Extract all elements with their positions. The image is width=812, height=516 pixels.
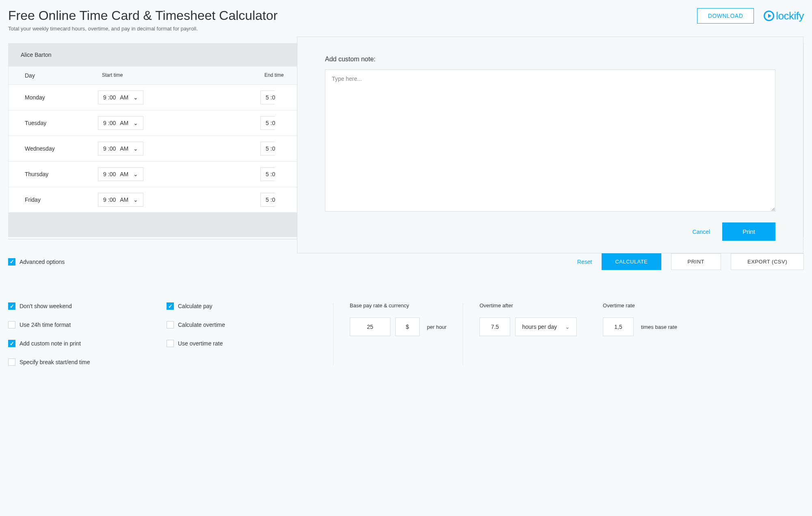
- start-hour[interactable]: 9: [103, 120, 106, 126]
- reset-link[interactable]: Reset: [577, 259, 592, 265]
- start-hour[interactable]: 9: [103, 145, 106, 152]
- checkbox-icon[interactable]: [8, 302, 15, 310]
- cancel-button[interactable]: Cancel: [693, 229, 710, 235]
- export-csv-button[interactable]: EXPORT (CSV): [731, 253, 804, 270]
- options-column-2: Calculate payCalculate overtimeUse overt…: [167, 302, 333, 366]
- option-checkbox[interactable]: Calculate overtime: [167, 321, 333, 328]
- day-cell: Tuesday: [9, 120, 98, 126]
- start-time-picker[interactable]: 9:00AM⌄: [98, 167, 143, 181]
- option-label: Add custom note in print: [19, 340, 81, 347]
- checkbox-icon[interactable]: [8, 321, 15, 328]
- start-hour[interactable]: 9: [103, 171, 106, 177]
- overtime-rate-label: Overtime rate: [603, 302, 677, 309]
- base-pay-rate-input[interactable]: [350, 317, 390, 336]
- start-time-picker[interactable]: 9:00AM⌄: [98, 193, 143, 207]
- calculate-button[interactable]: CALCULATE: [602, 253, 661, 270]
- page-subtitle: Total your weekly timecard hours, overti…: [8, 26, 277, 32]
- overtime-unit-select[interactable]: hours per day ⌄: [515, 317, 577, 336]
- col-header-start: Start time: [98, 72, 260, 79]
- option-checkbox[interactable]: Specify break start/end time: [8, 358, 167, 366]
- start-time-picker[interactable]: 9:00AM⌄: [98, 91, 143, 104]
- overtime-after-label: Overtime after: [479, 302, 577, 309]
- checkbox-icon[interactable]: [8, 258, 15, 266]
- option-checkbox[interactable]: Use overtime rate: [167, 340, 333, 347]
- end-minute[interactable]: :0: [271, 145, 275, 152]
- end-time-picker[interactable]: 5:0: [260, 142, 275, 155]
- end-time-picker[interactable]: 5:0: [260, 91, 275, 104]
- advanced-options-label: Advanced options: [19, 259, 65, 265]
- end-hour[interactable]: 5: [266, 120, 269, 126]
- col-header-day: Day: [9, 72, 98, 79]
- print-action-button[interactable]: PRINT: [671, 253, 721, 270]
- option-label: Calculate overtime: [178, 322, 225, 328]
- start-ampm[interactable]: AM: [120, 94, 128, 101]
- option-label: Specify break start/end time: [19, 359, 90, 365]
- checkbox-icon[interactable]: [167, 302, 174, 310]
- checkbox-icon[interactable]: [167, 321, 174, 328]
- option-checkbox[interactable]: Add custom note in print: [8, 340, 167, 347]
- start-minute[interactable]: :00: [108, 196, 116, 203]
- start-minute[interactable]: :00: [108, 120, 116, 126]
- overtime-rate-input[interactable]: [603, 317, 634, 336]
- chevron-down-icon: ⌄: [565, 324, 570, 330]
- option-checkbox[interactable]: Calculate pay: [167, 302, 333, 310]
- end-hour[interactable]: 5: [266, 171, 269, 177]
- timesheet-table: Alice Barton Day Start time End time Mon…: [8, 43, 804, 237]
- overtime-unit-value: hours per day: [522, 324, 557, 330]
- start-ampm[interactable]: AM: [120, 120, 128, 126]
- option-label: Use 24h time format: [19, 322, 71, 328]
- start-minute[interactable]: :00: [108, 145, 116, 152]
- chevron-down-icon[interactable]: ⌄: [133, 145, 138, 152]
- start-minute[interactable]: :00: [108, 171, 116, 177]
- day-cell: Monday: [9, 94, 98, 101]
- chevron-down-icon[interactable]: ⌄: [133, 196, 138, 203]
- checkbox-icon[interactable]: [167, 340, 174, 347]
- brand-logo[interactable]: lockify: [764, 10, 804, 22]
- day-cell: Thursday: [9, 171, 98, 177]
- end-hour[interactable]: 5: [266, 94, 269, 101]
- start-time-picker[interactable]: 9:00AM⌄: [98, 142, 143, 155]
- overtime-after-input[interactable]: [479, 317, 510, 336]
- download-button[interactable]: DOWNLOAD: [697, 8, 754, 24]
- day-cell: Wednesday: [9, 145, 98, 152]
- start-minute[interactable]: :00: [108, 94, 116, 101]
- end-hour[interactable]: 5: [266, 196, 269, 203]
- checkbox-icon[interactable]: [8, 340, 15, 347]
- clock-icon: [764, 11, 774, 21]
- option-checkbox[interactable]: Use 24h time format: [8, 321, 167, 328]
- options-column-1: Don't show weekendUse 24h time formatAdd…: [8, 302, 167, 366]
- base-pay-section: Base pay rate & currency per hour: [333, 302, 463, 366]
- start-hour[interactable]: 9: [103, 94, 106, 101]
- chevron-down-icon[interactable]: ⌄: [133, 94, 138, 101]
- advanced-options-toggle[interactable]: Advanced options: [8, 258, 65, 266]
- note-textarea[interactable]: [325, 69, 775, 212]
- end-minute[interactable]: :0: [271, 196, 275, 203]
- end-minute[interactable]: :0: [271, 171, 275, 177]
- print-button[interactable]: Print: [722, 222, 775, 241]
- start-ampm[interactable]: AM: [120, 171, 128, 177]
- start-ampm[interactable]: AM: [120, 196, 128, 203]
- start-ampm[interactable]: AM: [120, 145, 128, 152]
- end-minute[interactable]: :0: [271, 120, 275, 126]
- checkbox-icon[interactable]: [8, 358, 15, 366]
- option-label: Don't show weekend: [19, 303, 72, 309]
- custom-note-modal: Add custom note: Cancel Print: [297, 37, 803, 253]
- end-time-picker[interactable]: 5:0: [260, 193, 275, 207]
- end-time-picker[interactable]: 5:0: [260, 116, 275, 130]
- option-label: Calculate pay: [178, 303, 212, 309]
- page-title: Free Online Time Card & Timesheet Calcul…: [8, 8, 277, 23]
- overtime-after-section: Overtime after hours per day ⌄: [463, 302, 593, 366]
- end-time-picker[interactable]: 5:0: [260, 167, 275, 181]
- chevron-down-icon[interactable]: ⌄: [133, 171, 138, 177]
- overtime-rate-section: Overtime rate times base rate: [593, 302, 693, 366]
- start-time-picker[interactable]: 9:00AM⌄: [98, 116, 143, 130]
- modal-title: Add custom note:: [325, 56, 775, 63]
- currency-input[interactable]: [395, 317, 420, 336]
- end-minute[interactable]: :0: [271, 94, 275, 101]
- brand-text: lockify: [776, 10, 804, 22]
- option-checkbox[interactable]: Don't show weekend: [8, 302, 167, 310]
- end-hour[interactable]: 5: [266, 145, 269, 152]
- start-hour[interactable]: 9: [103, 196, 106, 203]
- chevron-down-icon[interactable]: ⌄: [133, 120, 138, 126]
- option-label: Use overtime rate: [178, 340, 223, 347]
